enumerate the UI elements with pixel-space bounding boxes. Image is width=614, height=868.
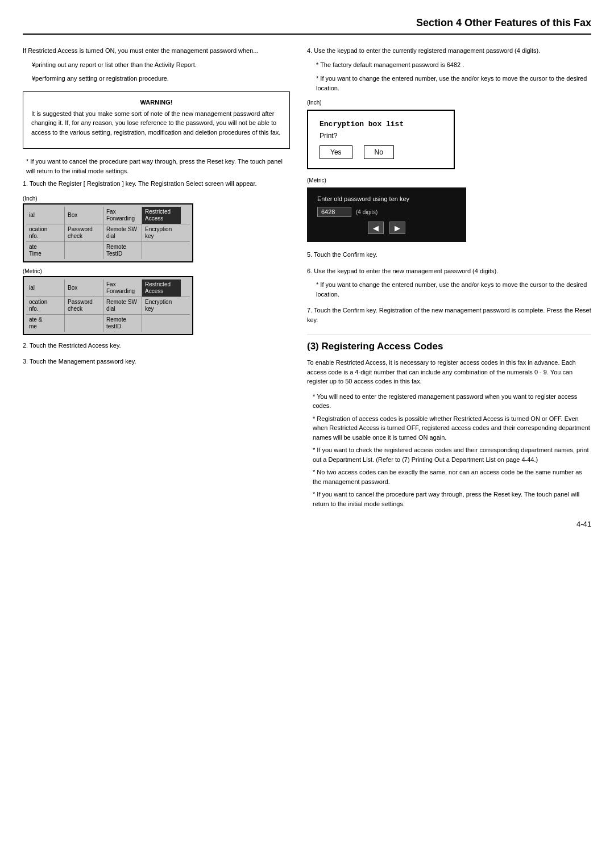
step3-text: 3. Touch the Management password key.: [23, 357, 290, 366]
pw-box-label: Enter old password using ten key: [317, 195, 456, 202]
warning-title: WARNING!: [31, 99, 281, 106]
right-column: 4. Use the keypad to enter the currently…: [307, 46, 591, 851]
intro-text-2: ¥printing out any report or list other t…: [23, 60, 290, 70]
enc-no-button[interactable]: No: [364, 145, 394, 159]
left-column: If Restricted Access is turned ON, you m…: [23, 46, 290, 851]
step7: 7. Touch the Confirm key. Registration o…: [307, 306, 591, 324]
inch-row-3: ateTime RemoteTestID: [26, 242, 190, 259]
step2-text: 2. Touch the Restricted Access key.: [23, 341, 290, 350]
page-header: Section 4 Other Features of this Fax: [23, 17, 591, 35]
warning-body: It is suggested that you make some sort …: [31, 109, 281, 137]
step6-note: * If you want to change the entered numb…: [307, 280, 591, 299]
enc-box-title: Encryption box list: [320, 120, 442, 128]
metric-label: (Metric): [23, 268, 290, 274]
metric-lcd-wrap: (Metric) ial Box FaxForwarding Restricte…: [23, 268, 290, 335]
metric-cell-1-2: Box: [65, 279, 103, 297]
pw-input-row: 6428 (4 digits): [317, 207, 456, 217]
metric-row-1: ial Box FaxForwarding RestrictedAccess: [26, 279, 190, 297]
bullet-2: * If you want to check the registered ac…: [313, 445, 591, 464]
step4-note2: * If you want to change the entered numb…: [307, 74, 591, 93]
enc-box-wrap: (Inch) Encryption box list Print? Yes No: [307, 99, 591, 172]
step5-text: 5. Touch the Confirm key.: [307, 250, 591, 260]
arrow-left-button[interactable]: ◀: [368, 222, 384, 234]
inch-cell-3-3: RemoteTestID: [103, 242, 142, 259]
inch-cell-2-2: Passwordcheck: [65, 224, 103, 241]
metric-lcd-panel: ial Box FaxForwarding RestrictedAccess o…: [23, 276, 193, 335]
metric-cell-1-3: FaxForwarding: [103, 279, 142, 297]
step3: 3. Touch the Management password key.: [23, 357, 290, 366]
enc-inch-label: (Inch): [307, 99, 591, 106]
enc-yes-button[interactable]: Yes: [320, 145, 352, 159]
inch-cell-2-1: ocationnfo.: [26, 224, 65, 241]
pw-input-value[interactable]: 6428: [317, 207, 351, 217]
step5: 5. Touch the Confirm key.: [307, 250, 591, 260]
inch-cell-1-3: FaxForwarding: [103, 207, 142, 224]
inch-cell-3-2: [65, 242, 103, 259]
enc-box-buttons: Yes No: [320, 145, 442, 159]
section3-intro: To enable Restricted Access, it is neces…: [307, 358, 591, 386]
step4-text: 4. Use the keypad to enter the currently…: [307, 46, 591, 56]
arrow-buttons: ◀ ▶: [317, 222, 456, 234]
step6-body: Use the keypad to enter the new manageme…: [314, 268, 498, 274]
step4-note1: * The factory default management passwor…: [307, 60, 591, 70]
step6-text: 6. Use the keypad to enter the new manag…: [307, 266, 591, 276]
inch-cell-3-4: [142, 242, 181, 259]
step4: 4. Use the keypad to enter the currently…: [307, 46, 591, 93]
metric-row-3: ate &me RemotetestID: [26, 315, 190, 332]
metric-cell-2-4: Encryptionkey: [142, 297, 181, 314]
metric-cell-3-3: RemotetestID: [103, 315, 142, 332]
inch-lcd-panel: ial Box FaxForwarding RestrictedAccess o…: [23, 203, 193, 262]
enc-box-subtitle: Print?: [320, 132, 442, 140]
metric-cell-1-4: RestrictedAccess: [142, 279, 181, 297]
inch-row-1: ial Box FaxForwarding RestrictedAccess: [26, 207, 190, 224]
step4-num: 4.: [307, 47, 312, 54]
metric-cell-2-2: Passwordcheck: [65, 297, 103, 314]
page-number: 4-41: [307, 520, 591, 528]
step1: 1. Touch the Register [ Registration ] k…: [23, 179, 290, 189]
metric-label-right: (Metric): [307, 177, 591, 183]
inch-cell-1-2: Box: [65, 207, 103, 224]
bullet-4: * If you want to cancel the procedure pa…: [313, 490, 591, 508]
step4-body: Use the keypad to enter the currently re…: [314, 47, 540, 54]
arrow-right-button[interactable]: ▶: [389, 222, 405, 234]
step7-body: Touch the Confirm key. Registration of t…: [307, 307, 591, 323]
metric-cell-2-3: Remote SWdial: [103, 297, 142, 314]
metric-cell-2-1: ocationnfo.: [26, 297, 65, 314]
metric-cell-3-4: [142, 315, 181, 332]
metric-cell-1-1: ial: [26, 279, 65, 297]
inch-row-2: ocationnfo. Passwordcheck Remote SWdial …: [26, 224, 190, 242]
inch-cell-1-1: ial: [26, 207, 65, 224]
metric-cell-3-1: ate &me: [26, 315, 65, 332]
pw-entry-box: Enter old password using ten key 6428 (4…: [307, 187, 466, 242]
pw-box-wrap: (Metric) Enter old password using ten ke…: [307, 177, 591, 244]
intro-text-3: ¥performing any setting or registration …: [23, 74, 290, 84]
bullet-3: * No two access codes can be exactly the…: [313, 468, 591, 486]
inch-label: (Inch): [23, 195, 290, 202]
step1-num: 1.: [23, 180, 28, 187]
step7-text: 7. Touch the Confirm key. Registration o…: [307, 306, 591, 324]
enc-box: Encryption box list Print? Yes No: [307, 110, 455, 169]
section3-title: (3) Registering Access Codes: [307, 335, 591, 352]
step1-text: Touch the Register [ Registration ] key.…: [30, 180, 256, 187]
metric-row-2: ocationnfo. Passwordcheck Remote SWdial …: [26, 297, 190, 315]
step6-num: 6.: [307, 268, 312, 274]
inch-cell-3-1: ateTime: [26, 242, 65, 259]
metric-cell-3-2: [65, 315, 103, 332]
page: Section 4 Other Features of this Fax If …: [0, 0, 614, 868]
inch-cell-1-4: RestrictedAccess: [142, 207, 181, 224]
intro-text-1: If Restricted Access is turned ON, you m…: [23, 46, 290, 56]
inch-lcd-wrap: (Inch) ial Box FaxForwarding RestrictedA…: [23, 195, 290, 262]
step6: 6. Use the keypad to enter the new manag…: [307, 266, 591, 299]
inch-cell-2-4: Encryptionkey: [142, 224, 181, 241]
bullet-1: * Registration of access codes is possib…: [313, 414, 591, 443]
pw-digits-hint: (4 digits): [356, 209, 377, 215]
step7-num: 7.: [307, 307, 312, 314]
inch-cell-2-3: Remote SWdial: [103, 224, 142, 241]
page-title: Section 4 Other Features of this Fax: [416, 17, 591, 28]
step2: 2. Touch the Restricted Access key.: [23, 341, 290, 350]
bullet-0: * You will need to enter the registered …: [313, 392, 591, 411]
section3-bullets: * You will need to enter the registered …: [307, 392, 591, 509]
warning-box: WARNING! It is suggested that you make s…: [23, 91, 290, 149]
cancel-note: * If you want to cancel the procedure pa…: [26, 157, 290, 176]
